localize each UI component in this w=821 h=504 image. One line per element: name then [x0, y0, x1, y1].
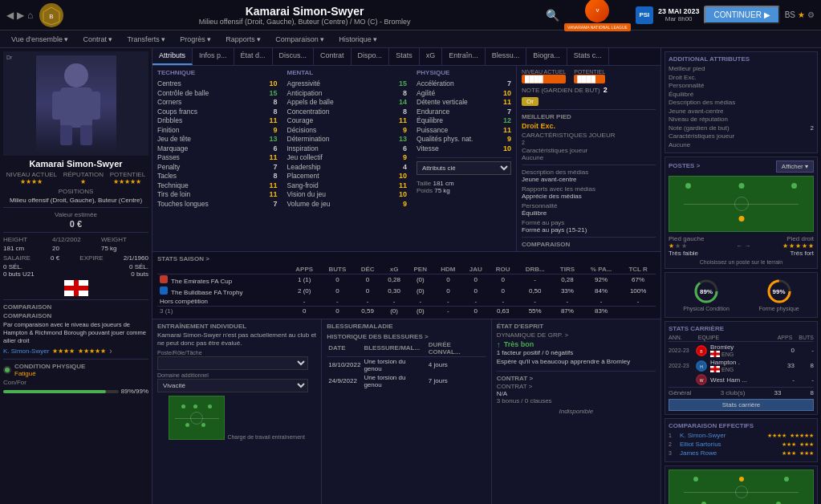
right-panel: ADDITIONAL ATTRIBUTES Meilleur pied Droi…: [660, 48, 821, 504]
tab-stats-carriere[interactable]: Stats c...: [567, 48, 609, 65]
tab-vue-ensemble[interactable]: Vue d'ensemble ▾: [5, 34, 75, 45]
personnalite-col: Personnalité Équilibre: [522, 202, 557, 217]
career-row-hampton: 2022-23 H Hampton . ENG 33 8: [669, 359, 814, 372]
comp-emirats: The Emirates FA Cup: [157, 274, 288, 286]
star-d1: ★: [782, 242, 788, 250]
salary-section: SALAIRE0 € EXPIRE2/1/1960 0 SÉL. 0 SÉL. …: [3, 254, 148, 278]
tab-contrat[interactable]: Contrat: [314, 48, 352, 65]
svg-rect-24: [710, 368, 720, 371]
table-row: 3 (1) 000,59 (0)(0)- 00,6355% 87%83%: [157, 306, 656, 315]
comp-eff-title: COMPARAISON EFFECTIFS: [669, 422, 814, 429]
afficher-button[interactable]: Afficher ▾: [776, 161, 814, 173]
contrat-na: N/A: [497, 390, 656, 397]
attr-tacles: Tacles8: [157, 172, 278, 180]
phys-circle-outer: 89%: [693, 278, 719, 304]
comp-eff-stars-1a: ★★★★: [767, 433, 786, 439]
tab-biographie[interactable]: Biogra...: [526, 48, 567, 65]
tab-rapports[interactable]: Rapports ▾: [219, 34, 267, 45]
pos-dot-1: [685, 183, 691, 189]
tab-stats[interactable]: Stats: [389, 48, 420, 65]
home-arrow[interactable]: ⌂: [27, 10, 33, 21]
tab-progres[interactable]: Progrès ▾: [173, 34, 217, 45]
stats-header-row: APPS BUTS DÉC xG PEN HDM JAU ROU DRB... …: [157, 265, 656, 274]
bromley-flag: ENG: [710, 351, 775, 357]
compare-stars2: ★★★★★: [78, 348, 106, 355]
table-row: Hors compétition --- --- --- ---: [157, 297, 656, 307]
attr-puissance: Puissance11: [417, 126, 511, 134]
compare-chevron[interactable]: ›: [109, 347, 112, 356]
tab-discus[interactable]: Discus...: [273, 48, 315, 65]
svg-point-2: [64, 63, 88, 87]
blessure-table: DATE BLESSURE/MAL... DURÉE CONVAL... 18/…: [327, 340, 486, 389]
sel-nat-val: 0 SÉL.: [129, 263, 148, 270]
caract-joueur-row-rp: Caractéristiques joueur: [669, 132, 814, 140]
bromley-name: Bromley: [710, 343, 775, 351]
pied-droit-stars: ★ ★ ★ ★ ★: [782, 242, 814, 250]
sel21-val: 0 SÉL.: [3, 263, 22, 270]
stats-carriere-btn[interactable]: Stats carrière: [669, 399, 814, 411]
valeur-label: Valeur estimée: [3, 211, 148, 218]
tab-historique[interactable]: Historique ▾: [332, 34, 384, 45]
general-clubs: 3 club(s): [721, 389, 746, 396]
pos-dot-2: [791, 183, 797, 189]
attr-vision-jeu: Vision du jeu10: [287, 190, 408, 198]
desc-rapports-section: Description des médias Jeune avant-centr…: [522, 165, 656, 234]
esprit-form-section: ÉTAT D'ESPRIT DYNAMIQUE DE GRP. > ↑ Très…: [492, 319, 660, 505]
pied-gauche-col: Pied gauche ★ ★ ★ Très faible: [669, 235, 704, 257]
attr-inspiration: Inspiration6: [287, 144, 408, 152]
stats-carriere-section: STATS CARRIÈRE ANN. EQUIPE APPS BUTS 202…: [665, 321, 818, 415]
age-val: 20: [52, 245, 100, 252]
svg-text:B: B: [50, 13, 54, 20]
tab-entrainement[interactable]: Entraîn...: [442, 48, 486, 65]
pitch-dot-5: [201, 423, 205, 427]
continue-button[interactable]: CONTINUER ▶: [704, 6, 779, 24]
attr-agilite: Agilité10: [417, 89, 511, 97]
search-icon[interactable]: 🔍: [546, 9, 559, 22]
forward-arrow[interactable]: ▶: [17, 10, 24, 21]
domaine-label: Domaine additionnel: [157, 372, 316, 378]
star-d5: ★: [808, 242, 814, 250]
or-button[interactable]: Or: [522, 96, 656, 106]
star-g2: ★: [675, 242, 681, 250]
esprit-title: ÉTAT D'ESPRIT: [497, 323, 656, 330]
domaine-select[interactable]: Vivacité: [157, 379, 308, 392]
tab-dispo[interactable]: Dispo...: [352, 48, 390, 65]
attr-penalty: Penalty7: [157, 163, 278, 171]
tab-comparaison[interactable]: Comparaison ▾: [269, 34, 331, 45]
pied-droit-label: Pied droit: [782, 235, 814, 242]
contrat-bonus: 3 bonus / 0 clauses: [497, 397, 656, 404]
forme-pays-title: Formé au pays: [522, 219, 656, 226]
th-tirs: TIRS: [553, 265, 582, 274]
poste-select[interactable]: [157, 356, 308, 370]
niveau-rep-label: Niveau de réputation: [669, 116, 728, 123]
star-icon[interactable]: ★: [798, 10, 805, 19]
forme-label: Forme physique: [758, 306, 799, 311]
player-title: Kamarai Simon-Swyer Milieu offensif (Dro…: [63, 5, 546, 26]
tab-blessures[interactable]: Blessu...: [486, 48, 527, 65]
back-arrow[interactable]: ◀: [6, 10, 14, 21]
tab-xg[interactable]: xG: [420, 48, 443, 65]
tab-etat[interactable]: État d...: [234, 48, 273, 65]
physique-title: PHYSIQUE: [417, 69, 511, 76]
attributs-cle-select[interactable]: Attributs clé: [417, 161, 511, 175]
tab-infos[interactable]: Infos p...: [193, 48, 234, 65]
condition-sub: Con/For: [3, 379, 148, 386]
rapports-sub: Apprécie des médias: [522, 193, 595, 200]
westham-name: West Ham ...: [710, 376, 775, 384]
tab-contrat[interactable]: Contrat ▾: [76, 34, 119, 45]
valeur-value: 0 €: [3, 219, 148, 229]
field-center-circle: [734, 197, 749, 211]
stats-section: STATS SAISON > APPS BUTS DÉC xG PEN HDM …: [152, 251, 660, 319]
th-buts: BUTS: [321, 265, 354, 274]
jeune-avant-centre-label: Jeune avant-centre: [669, 108, 724, 115]
tab-transferts[interactable]: Transferts ▾: [120, 34, 172, 45]
comp-hors: Hors compétition: [157, 297, 288, 307]
training-text: Kamarai Simon-Swyer n'est pas actuelleme…: [157, 331, 316, 348]
star-g1: ★: [669, 242, 674, 250]
tab-attributs[interactable]: Attributs: [152, 48, 193, 65]
pied-gauche-stars: ★ ★ ★: [669, 242, 704, 250]
postes-header: POSTES > Afficher ▾: [669, 161, 814, 173]
aucune-label-rp: Aucune: [669, 141, 690, 148]
condition-bar: [3, 390, 119, 393]
settings-icon[interactable]: ⚙: [807, 10, 815, 19]
